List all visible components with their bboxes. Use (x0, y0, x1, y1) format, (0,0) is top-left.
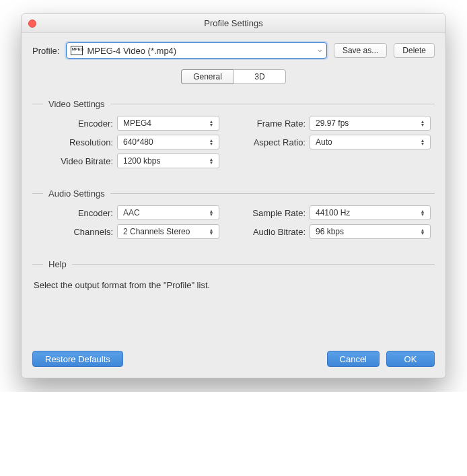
audio-encoder-value: AAC (123, 208, 140, 217)
help-text: Select the output format from the "Profi… (32, 276, 435, 290)
ok-button[interactable]: OK (386, 351, 435, 367)
chevron-updown-icon: ▴▾ (207, 118, 216, 128)
profile-select[interactable]: MPEG MPEG-4 Video (*.mp4) ⌵ (66, 42, 326, 59)
chevron-updown-icon: ▴▾ (418, 118, 427, 128)
chevron-updown-icon: ▴▾ (207, 137, 216, 147)
chevron-updown-icon: ▴▾ (207, 208, 216, 217)
video-settings-title: Video Settings (48, 99, 105, 109)
content-area: Profile: MPEG MPEG-4 Video (*.mp4) ⌵ Sav… (22, 33, 445, 378)
help-group: Help Select the output format from the "… (32, 259, 435, 290)
resolution-select[interactable]: 640*480 ▴▾ (117, 135, 219, 149)
video-encoder-select[interactable]: MPEG4 ▴▾ (117, 116, 219, 131)
tabs: General 3D (32, 69, 435, 84)
video-encoder-label: Encoder: (32, 118, 117, 129)
group-header: Help (32, 259, 435, 269)
channels-label: Channels: (32, 227, 117, 237)
chevron-updown-icon: ▴▾ (207, 156, 216, 166)
footer: Restore Defaults Cancel OK (32, 351, 435, 367)
audio-encoder-select[interactable]: AAC ▴▾ (117, 205, 219, 220)
titlebar: Profile Settings (22, 14, 445, 33)
chevron-updown-icon: ▴▾ (418, 208, 427, 217)
audio-bitrate-select[interactable]: 96 kbps ▴▾ (310, 224, 431, 239)
chevron-updown-icon: ▴▾ (418, 227, 427, 236)
profile-settings-window: Profile Settings Profile: MPEG MPEG-4 Vi… (21, 13, 446, 378)
profile-value: MPEG-4 Video (*.mp4) (87, 46, 176, 56)
audio-settings-title: Audio Settings (48, 189, 105, 199)
audio-bitrate-value: 96 kbps (316, 227, 344, 236)
profile-row: Profile: MPEG MPEG-4 Video (*.mp4) ⌵ Sav… (32, 42, 435, 59)
delete-button[interactable]: Delete (394, 43, 435, 58)
video-bitrate-value: 1200 kbps (123, 156, 160, 166)
tab-general[interactable]: General (181, 69, 234, 84)
sample-rate-select[interactable]: 44100 Hz ▴▾ (310, 205, 431, 220)
sample-rate-value: 44100 Hz (316, 208, 350, 217)
restore-defaults-button[interactable]: Restore Defaults (32, 351, 123, 367)
video-encoder-value: MPEG4 (123, 118, 151, 128)
cancel-button[interactable]: Cancel (327, 351, 380, 367)
channels-select[interactable]: 2 Channels Stereo ▴▾ (117, 224, 219, 239)
resolution-value: 640*480 (123, 137, 153, 147)
chevron-updown-icon: ▴▾ (418, 137, 427, 147)
group-header: Audio Settings (32, 189, 435, 199)
video-bitrate-select[interactable]: 1200 kbps ▴▾ (117, 154, 219, 168)
chevron-down-icon: ⌵ (318, 46, 322, 53)
aspect-ratio-select[interactable]: Auto ▴▾ (310, 135, 431, 149)
frame-rate-value: 29.97 fps (316, 118, 349, 128)
channels-value: 2 Channels Stereo (123, 227, 190, 236)
save-as-button[interactable]: Save as... (334, 43, 387, 58)
profile-label: Profile: (32, 46, 59, 56)
sample-rate-label: Sample Rate: (229, 208, 310, 218)
frame-rate-label: Frame Rate: (229, 118, 310, 129)
chevron-updown-icon: ▴▾ (207, 227, 216, 236)
video-bitrate-label: Video Bitrate: (32, 156, 117, 166)
tab-3d[interactable]: 3D (234, 69, 286, 84)
frame-rate-select[interactable]: 29.97 fps ▴▾ (310, 116, 431, 131)
resolution-label: Resolution: (32, 137, 117, 147)
help-title: Help (48, 259, 67, 269)
group-header: Video Settings (32, 99, 435, 109)
mpeg-icon: MPEG (71, 46, 83, 55)
video-settings-group: Video Settings Encoder: MPEG4 ▴▾ Frame R… (32, 99, 435, 168)
aspect-ratio-value: Auto (316, 137, 332, 147)
window-title: Profile Settings (22, 18, 445, 28)
audio-bitrate-label: Audio Bitrate: (229, 227, 310, 237)
audio-encoder-label: Encoder: (32, 208, 117, 218)
audio-settings-group: Audio Settings Encoder: AAC ▴▾ Sample Ra… (32, 189, 435, 239)
aspect-ratio-label: Aspect Ratio: (229, 137, 310, 147)
